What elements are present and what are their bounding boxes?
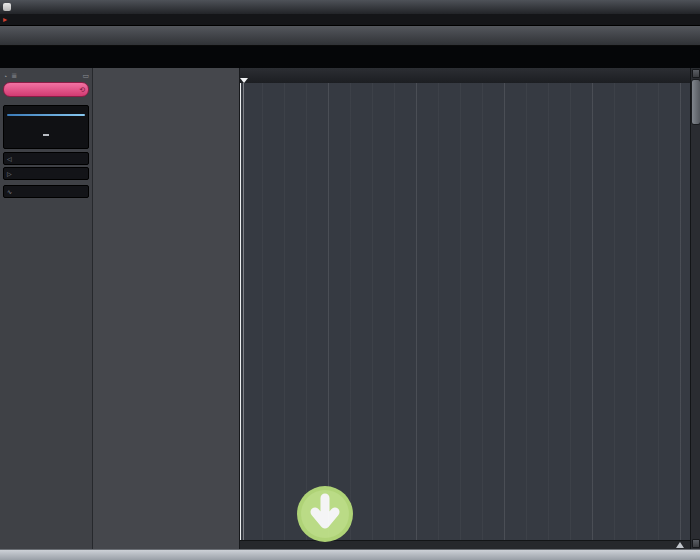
track-visibility-icon[interactable]: ◔ (3, 73, 7, 80)
output-routing[interactable]: ▷ (3, 167, 89, 180)
title-bar[interactable] (0, 0, 700, 14)
input-routing[interactable]: ◁ (3, 152, 89, 165)
download-icon (295, 484, 355, 544)
chain-selector[interactable]: ∿ (3, 185, 89, 198)
track-list-header (93, 68, 239, 83)
reset-icon[interactable]: ▭ (82, 72, 89, 80)
selected-track-header[interactable]: ⟲ (3, 82, 89, 97)
scroll-minimize-button[interactable] (692, 69, 700, 78)
info-line (0, 46, 700, 68)
pan-control[interactable] (7, 122, 85, 140)
vertical-scrollbar[interactable] (690, 68, 700, 549)
watermark (295, 484, 695, 544)
toolbar (0, 26, 700, 46)
app-icon (3, 3, 11, 11)
inspector-panel: ◔ ≣ ▭ ⟲ ◁ ▷ ∿ (0, 68, 93, 549)
output-icon: ▷ (7, 170, 12, 177)
vertical-scroll-thumb[interactable] (691, 79, 700, 125)
project-window-icon[interactable]: ▸ (3, 15, 7, 24)
event-lanes[interactable] (240, 83, 690, 540)
fader-section[interactable] (3, 105, 89, 149)
volume-slider[interactable] (7, 114, 85, 116)
inspector-settings-icon[interactable]: ≣ (11, 72, 17, 80)
menu-bar: ▸ (0, 14, 700, 26)
track-list (93, 68, 240, 549)
arrange-view[interactable] (240, 68, 690, 540)
edit-channel-icon[interactable]: ⟲ (79, 86, 85, 94)
timeline-ruler[interactable] (240, 68, 690, 84)
chain-icon: ∿ (7, 188, 12, 195)
input-icon: ◁ (7, 155, 12, 162)
playhead-line (240, 83, 241, 540)
nuendo-window: ▸ ◔ ≣ ▭ ⟲ ◁ ▷ (0, 0, 700, 560)
window-bottom-edge (0, 549, 700, 560)
inspector-header: ◔ ≣ ▭ (3, 70, 89, 82)
